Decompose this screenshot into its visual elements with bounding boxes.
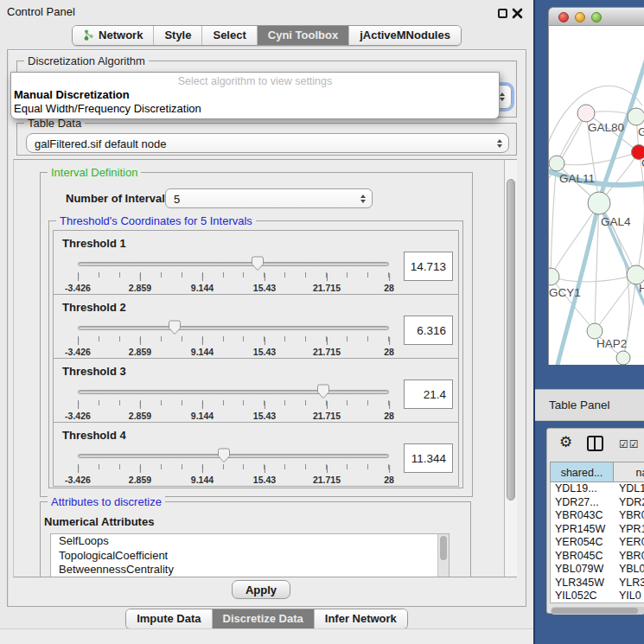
slider-track[interactable] bbox=[78, 326, 389, 330]
group-title: Interval Definition bbox=[48, 166, 141, 179]
table-cell[interactable]: YIL0 bbox=[614, 590, 644, 603]
table-row[interactable]: YBR043CYBR0 bbox=[551, 509, 644, 523]
tab-select[interactable]: Select bbox=[201, 26, 256, 45]
slider-thumb[interactable] bbox=[218, 448, 231, 463]
slider-tick-label: 15.43 bbox=[253, 347, 276, 357]
table-row[interactable]: YBR045CYBR0 bbox=[551, 550, 644, 564]
close-icon[interactable] bbox=[512, 8, 523, 19]
slider-tick-label: -3.426 bbox=[65, 475, 91, 485]
table-cell[interactable]: YBL0 bbox=[614, 563, 644, 577]
attribute-list-item[interactable]: TopologicalCoefficient bbox=[51, 549, 449, 564]
threshold-4-value-field[interactable]: 11.344 bbox=[404, 443, 453, 473]
slider-thumb[interactable] bbox=[168, 320, 181, 335]
table-rows: YDL19...YDL1YDR27...YDR2YBR043CYBR0YPR14… bbox=[550, 482, 644, 603]
table-cell[interactable]: YDR2 bbox=[614, 496, 644, 510]
network-canvas[interactable]: GAL80 GA C GAL11 GAL4 GCY1 H HAP2 bbox=[548, 26, 644, 365]
float-window-icon[interactable] bbox=[498, 9, 507, 18]
tab-impute-data[interactable]: Impute Data bbox=[126, 609, 211, 628]
threshold-3-value-field[interactable]: 21.4 bbox=[404, 379, 453, 409]
table-cell[interactable]: YER0 bbox=[614, 536, 644, 550]
list-scrollbar-thumb[interactable] bbox=[440, 536, 447, 560]
tab-network[interactable]: Network bbox=[73, 26, 153, 45]
threshold-2-value-field[interactable]: 6.316 bbox=[404, 316, 453, 345]
table-cell[interactable]: YBR043C bbox=[551, 509, 614, 523]
numerical-attributes-list[interactable]: SelfLoopsTopologicalCoefficientBetweenne… bbox=[50, 533, 450, 577]
table-cell[interactable]: YDL1 bbox=[614, 482, 644, 496]
slider-tick-label: 28 bbox=[384, 475, 394, 485]
table-cell[interactable]: YBR045C bbox=[551, 550, 614, 564]
checkboxes-icon[interactable]: ☑☑ bbox=[619, 438, 640, 450]
tab-discretize-data[interactable]: Discretize Data bbox=[212, 609, 314, 628]
tab-style[interactable]: Style bbox=[153, 26, 201, 45]
close-traffic-light[interactable] bbox=[558, 12, 569, 22]
slider-thumb[interactable] bbox=[317, 384, 330, 399]
table-row[interactable]: YBL079WYBL0 bbox=[551, 563, 644, 577]
threshold-1-value-field[interactable]: 14.713 bbox=[404, 252, 453, 281]
attribute-list-item[interactable]: SelfLoops bbox=[51, 534, 449, 549]
slider-tick-label: -3.426 bbox=[65, 347, 91, 357]
slider-track[interactable] bbox=[78, 390, 389, 394]
table-cell[interactable]: YDL19... bbox=[551, 482, 614, 496]
attribute-list-item[interactable]: BetweennessCentrality bbox=[51, 563, 449, 577]
table-cell[interactable]: YER054C bbox=[551, 536, 614, 550]
number-of-intervals-combobox[interactable]: 5 bbox=[165, 188, 373, 208]
threshold-4-slider[interactable]: -3.4262.8599.14415.4321.71528 bbox=[78, 447, 389, 485]
vertical-scrollbar[interactable] bbox=[504, 160, 517, 577]
slider-track[interactable] bbox=[78, 454, 389, 458]
table-cell[interactable]: YBR0 bbox=[614, 509, 644, 523]
slider-tick-label: 9.144 bbox=[191, 475, 214, 485]
threshold-3-slider[interactable]: -3.4262.8599.14415.4321.71528 bbox=[78, 383, 389, 421]
horizontal-scrollbar[interactable] bbox=[551, 607, 644, 615]
table-row[interactable]: YDR27...YDR2 bbox=[551, 496, 644, 510]
slider-tick-label: 2.859 bbox=[129, 347, 151, 357]
vertical-scrollbar-thumb[interactable] bbox=[507, 179, 515, 501]
tab-infer-network[interactable]: Infer Network bbox=[314, 609, 407, 628]
table-data-combobox[interactable]: galFiltered.sif default node bbox=[26, 133, 509, 153]
apply-button[interactable]: Apply bbox=[232, 580, 290, 599]
table-cell[interactable]: YDR27... bbox=[551, 496, 614, 510]
threshold-2-slider[interactable]: -3.4262.8599.14415.4321.71528 bbox=[78, 319, 389, 357]
dropdown-item-manual-discretization[interactable]: Manual Discretization bbox=[11, 87, 499, 101]
group-title: Discretization Algorithm bbox=[24, 54, 149, 67]
table-cell[interactable]: YLR3 bbox=[614, 577, 644, 590]
table-cell[interactable]: YBL079W bbox=[551, 563, 614, 577]
table-cell[interactable]: YPR145W bbox=[551, 523, 614, 537]
node-gal4 bbox=[588, 192, 610, 214]
table-row[interactable]: YLR345WYLR3 bbox=[551, 577, 644, 590]
table-cell[interactable]: YPR1 bbox=[614, 523, 644, 537]
threshold-1-slider[interactable]: -3.4262.8599.14415.4321.71528 bbox=[78, 255, 389, 293]
table-cell[interactable]: YBR0 bbox=[614, 550, 644, 564]
network-window-titlebar[interactable] bbox=[548, 7, 644, 26]
list-scrollbar[interactable] bbox=[437, 534, 449, 577]
slider-thumb[interactable] bbox=[251, 256, 264, 271]
column-header-name[interactable]: na bbox=[614, 462, 644, 482]
slider-ticks bbox=[78, 272, 389, 277]
settings-scroll-area: Interval Definition Number of Intervals … bbox=[13, 159, 517, 577]
slider-tick-label: 15.43 bbox=[253, 411, 276, 421]
table-row[interactable]: YIL052CYIL0 bbox=[551, 590, 644, 603]
threshold-2-panel: Threshold 2 -3.4262.8599.14415.4321.7152… bbox=[53, 294, 459, 359]
tab-cyni-toolbox[interactable]: Cyni Toolbox bbox=[257, 26, 348, 45]
slider-tick-label: 2.859 bbox=[129, 283, 151, 293]
slider-tick-labels: -3.4262.8599.14415.4321.71528 bbox=[78, 473, 389, 483]
bottom-tab-bar: Impute Data Discretize Data Infer Networ… bbox=[0, 609, 533, 629]
table-cell[interactable]: YIL052C bbox=[551, 590, 614, 603]
node-label-gcy1: GCY1 bbox=[549, 286, 581, 299]
slider-tick-label: 9.144 bbox=[191, 347, 214, 357]
minimize-traffic-light[interactable] bbox=[575, 12, 585, 22]
table-row[interactable]: YDL19...YDL1 bbox=[551, 482, 644, 496]
table-cell[interactable]: YLR345W bbox=[551, 577, 614, 590]
network-view-window: GAL80 GA C GAL11 GAL4 GCY1 H HAP2 bbox=[548, 7, 644, 365]
tab-label: Select bbox=[213, 29, 245, 41]
table-row[interactable]: YER054CYER0 bbox=[551, 536, 644, 550]
table-row[interactable]: YPR145WYPR1 bbox=[551, 523, 644, 537]
slider-tick-label: 9.144 bbox=[191, 283, 214, 293]
horizontal-scrollbar-thumb[interactable] bbox=[552, 608, 638, 614]
dropdown-item-equal-width-frequency[interactable]: Equal Width/Frequency Discretization bbox=[11, 101, 499, 115]
column-header-shared-name[interactable]: shared... bbox=[550, 462, 614, 482]
gear-icon[interactable]: ⚙ bbox=[559, 433, 572, 451]
zoom-traffic-light[interactable] bbox=[591, 12, 602, 22]
split-columns-icon[interactable] bbox=[587, 436, 603, 451]
slider-track[interactable] bbox=[78, 262, 389, 266]
tab-jactivemnodules[interactable]: jActiveMNodules bbox=[348, 26, 461, 45]
